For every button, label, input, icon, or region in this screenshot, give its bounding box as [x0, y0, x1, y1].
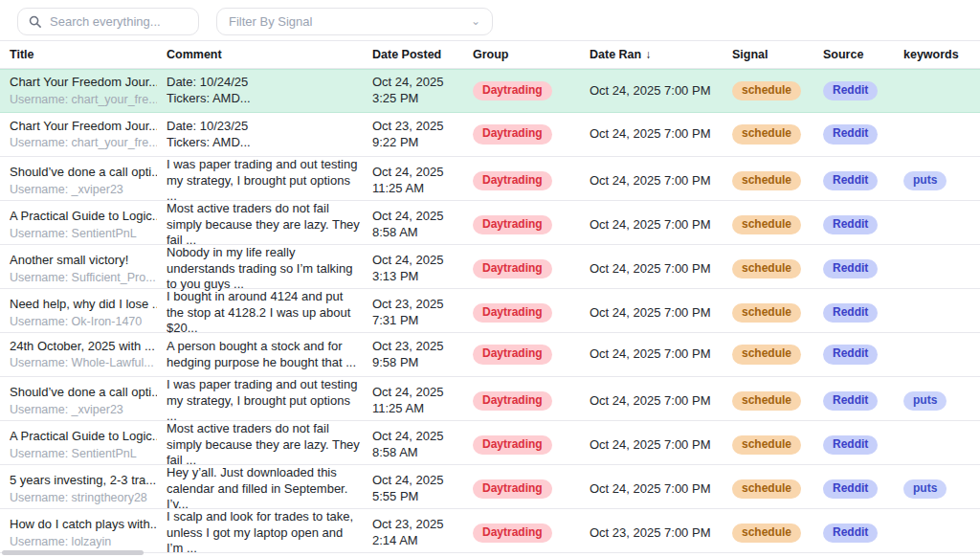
signal-badge: schedule: [732, 435, 801, 455]
group-badge: Daytrading: [473, 81, 552, 100]
signal-badge: schedule: [732, 259, 801, 278]
source-badge: Reddit: [823, 215, 878, 234]
date-ran: Oct 24, 2025 7:00 PM: [590, 83, 732, 100]
post-comment: Nobody in my life really understands tra…: [167, 245, 372, 293]
filter-by-signal-select[interactable]: Filter By Signal ⌄: [216, 8, 493, 35]
group-badge: Daytrading: [473, 124, 552, 144]
filter-by-signal-label: Filter By Signal: [229, 14, 312, 29]
keyword-badge: puts: [903, 391, 947, 411]
title-cell: Should’ve done a call opti... Username: …: [10, 385, 167, 417]
column-header-date-posted[interactable]: Date Posted: [372, 48, 473, 61]
table-row[interactable]: Chart Your Freedom Jour... Username: cha…: [0, 113, 980, 157]
source-cell: Reddit: [823, 345, 903, 364]
post-comment: Most active traders do not fail simply b…: [167, 421, 372, 469]
table-row[interactable]: How do I catch plays with... Username: l…: [0, 509, 980, 553]
date-posted: Oct 24, 2025 8:58 AM: [372, 209, 473, 240]
signal-badge: schedule: [732, 215, 801, 234]
source-cell: Reddit: [823, 81, 903, 100]
post-comment: I bought in around 4124 and put the stop…: [167, 289, 372, 337]
column-header-signal[interactable]: Signal: [732, 48, 823, 61]
title-cell: A Practical Guide to Logic... Username: …: [10, 429, 167, 461]
signal-badge: schedule: [732, 479, 801, 499]
signal-badge: schedule: [732, 345, 801, 364]
group-cell: Daytrading: [473, 391, 590, 411]
post-title: Another small victory!: [10, 253, 157, 269]
date-ran: Oct 24, 2025 7:00 PM: [590, 346, 732, 363]
table-row[interactable]: Chart Your Freedom Jour... Username: cha…: [0, 69, 980, 113]
source-badge: Reddit: [823, 391, 878, 411]
signal-cell: schedule: [732, 303, 823, 323]
post-title: Chart Your Freedom Jour...: [10, 75, 157, 91]
table-row[interactable]: Another small victory! Username: Suffici…: [0, 245, 980, 289]
title-cell: How do I catch plays with... Username: l…: [10, 517, 167, 549]
column-header-group[interactable]: Group: [473, 48, 590, 61]
date-posted: Oct 23, 2025 7:31 PM: [372, 297, 473, 328]
column-header-date-ran[interactable]: Date Ran ↓: [590, 48, 732, 61]
search-box[interactable]: [17, 8, 199, 35]
table-row[interactable]: A Practical Guide to Logic... Username: …: [0, 421, 980, 465]
date-posted: Oct 24, 2025 8:58 AM: [372, 429, 473, 460]
column-header-source[interactable]: Source: [823, 48, 903, 61]
source-cell: Reddit: [823, 171, 903, 190]
keywords-cell: puts: [903, 479, 980, 499]
title-cell: Chart Your Freedom Jour... Username: cha…: [10, 75, 167, 107]
date-posted: Oct 24, 2025 3:25 PM: [372, 75, 473, 106]
toolbar: Filter By Signal ⌄: [0, 0, 980, 40]
table-row[interactable]: Should’ve done a call opti... Username: …: [0, 377, 980, 421]
signal-cell: schedule: [732, 215, 823, 234]
post-username: Username: lolzayin: [10, 534, 157, 549]
source-cell: Reddit: [823, 435, 903, 455]
source-cell: Reddit: [823, 524, 903, 543]
post-title: Should’ve done a call opti...: [10, 165, 157, 181]
column-header-title[interactable]: Title: [10, 48, 167, 61]
group-badge: Daytrading: [473, 215, 552, 234]
table-row[interactable]: 24th October, 2025 with ... Username: Wh…: [0, 333, 980, 377]
date-posted: Oct 24, 2025 5:55 PM: [372, 473, 473, 504]
table-row[interactable]: Should’ve done a call opti... Username: …: [0, 157, 980, 201]
post-username: Username: chart_your_fre...: [10, 92, 157, 107]
date-posted: Oct 24, 2025 3:13 PM: [372, 253, 473, 284]
title-cell: Another small victory! Username: Suffici…: [10, 253, 167, 285]
table-row[interactable]: 5 years investing, 2-3 tra... Username: …: [0, 465, 980, 509]
post-title: Need help, why did I lose ...: [10, 297, 157, 313]
group-cell: Daytrading: [473, 171, 590, 190]
title-cell: Should’ve done a call opti... Username: …: [10, 165, 167, 197]
search-input[interactable]: [50, 14, 189, 29]
chevron-down-icon: ⌄: [471, 14, 480, 28]
group-cell: Daytrading: [473, 215, 590, 234]
column-header-comment[interactable]: Comment: [167, 48, 372, 61]
table-body: Chart Your Freedom Jour... Username: cha…: [0, 69, 980, 553]
group-cell: Daytrading: [473, 124, 590, 144]
source-badge: Reddit: [823, 124, 878, 144]
date-ran: Oct 24, 2025 7:00 PM: [590, 173, 732, 189]
post-comment: Date: 10/23/25 Tickers: AMD...: [167, 119, 372, 150]
title-cell: A Practical Guide to Logic... Username: …: [10, 209, 167, 241]
post-comment: Most active traders do not fail simply b…: [167, 201, 372, 249]
signal-cell: schedule: [732, 345, 823, 364]
post-username: Username: stringtheory28: [10, 490, 157, 505]
signal-cell: schedule: [732, 435, 823, 455]
source-cell: Reddit: [823, 215, 903, 234]
date-ran: Oct 24, 2025 7:00 PM: [590, 437, 732, 454]
post-username: Username: SentientPnL: [10, 446, 157, 461]
group-badge: Daytrading: [473, 479, 552, 499]
post-comment: I was paper trading and out testing my s…: [167, 157, 372, 205]
source-cell: Reddit: [823, 124, 903, 144]
date-ran: Oct 24, 2025 7:00 PM: [590, 305, 732, 322]
table-row[interactable]: A Practical Guide to Logic... Username: …: [0, 201, 980, 245]
search-icon: [28, 14, 42, 29]
post-title: 5 years investing, 2-3 tra...: [10, 473, 157, 489]
table-row[interactable]: Need help, why did I lose ... Username: …: [0, 289, 980, 333]
source-badge: Reddit: [823, 345, 878, 364]
group-cell: Daytrading: [473, 345, 590, 364]
keyword-badge: puts: [903, 479, 947, 499]
title-cell: 5 years investing, 2-3 tra... Username: …: [10, 473, 167, 505]
signal-badge: schedule: [732, 303, 801, 323]
group-badge: Daytrading: [473, 345, 552, 364]
source-badge: Reddit: [823, 524, 878, 543]
post-comment: Hey y’all. Just downloaded this calendar…: [167, 465, 372, 513]
group-badge: Daytrading: [473, 171, 552, 190]
post-username: Username: SentientPnL: [10, 226, 157, 241]
horizontal-scrollbar[interactable]: [2, 550, 144, 555]
column-header-keywords[interactable]: keywords: [903, 48, 980, 61]
